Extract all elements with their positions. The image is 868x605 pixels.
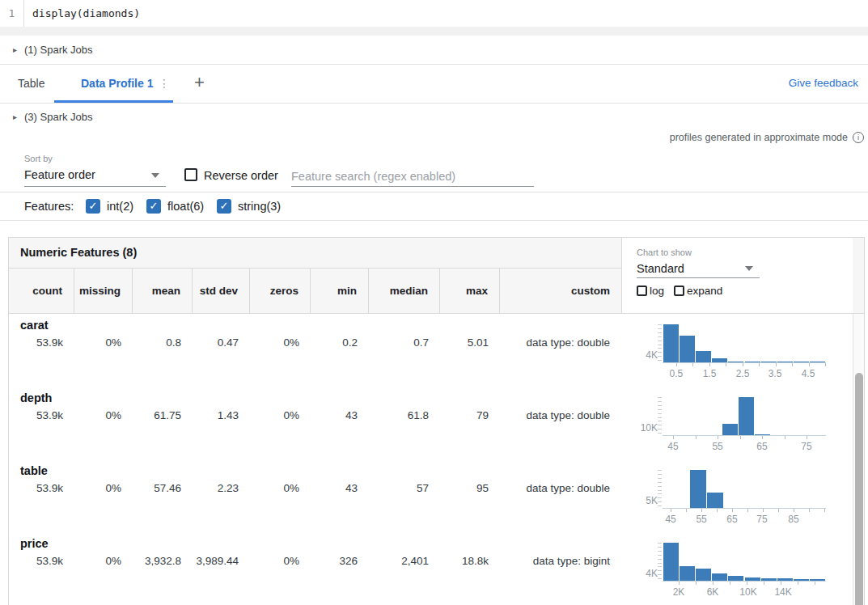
feature-histogram[interactable]: 4K0.51.52.53.54.5 — [621, 314, 853, 387]
column-header-missing: missing — [74, 269, 133, 313]
stat-max: 5.01 — [440, 336, 500, 350]
y-axis-tick — [658, 421, 662, 421]
x-axis-line — [663, 581, 826, 582]
histogram-bar[interactable] — [712, 573, 727, 581]
x-axis-tick — [759, 363, 760, 366]
histogram-bar[interactable] — [696, 569, 711, 581]
y-axis-tick — [658, 493, 662, 494]
x-axis-tick — [764, 582, 764, 585]
x-axis-tick — [798, 582, 798, 585]
log-checkbox[interactable] — [637, 286, 647, 296]
y-axis-tick — [658, 506, 662, 506]
stat-mean: 57.46 — [133, 481, 193, 496]
table-row: table 53.9k0%57.462.230%435795data type:… — [9, 459, 864, 532]
column-header-mean: mean — [133, 269, 193, 313]
y-axis-tick — [658, 478, 662, 479]
y-axis-tick — [658, 425, 662, 425]
vertical-scrollbar-thumb[interactable] — [855, 373, 863, 605]
log-toggle[interactable]: log — [637, 285, 664, 297]
code-text[interactable]: display(diamonds) — [32, 0, 140, 27]
x-axis-tick — [763, 509, 764, 512]
feature-search-input[interactable] — [291, 166, 534, 187]
histogram-bar[interactable] — [680, 336, 695, 362]
expand-toggle[interactable]: expand — [674, 285, 722, 297]
add-tab-button[interactable]: + — [194, 64, 205, 103]
scrollbar-header-spacer — [853, 238, 864, 314]
y-axis-tick — [658, 474, 662, 475]
feature-histogram[interactable]: 10K45556575 — [621, 387, 853, 459]
stat-std-dev: 2.23 — [193, 481, 250, 496]
x-axis-tick-label: 4.5 — [792, 368, 824, 379]
numeric-features-table: Numeric Features (8) countmissingmeanstd… — [8, 237, 865, 605]
histogram-bar[interactable] — [663, 543, 679, 581]
vertical-scrollbar-track[interactable] — [853, 314, 864, 605]
info-icon[interactable]: i — [853, 132, 864, 143]
stat-missing: 0% — [74, 554, 133, 569]
y-axis-tick — [658, 348, 662, 349]
stat-std-dev: 3,989.44 — [193, 554, 250, 569]
x-axis-tick — [825, 363, 826, 366]
checked-checkbox-icon[interactable]: ✓ — [146, 199, 161, 214]
sort-order-select[interactable]: Feature order — [24, 166, 166, 187]
approx-mode-text: profiles generated in approximate mode — [670, 132, 848, 143]
sort-order-value: Feature order — [24, 168, 95, 181]
y-axis-tick — [658, 341, 662, 341]
feature-type-int[interactable]: ✓ int(2) — [86, 199, 133, 214]
spark-jobs-label: (3) Spark Jobs — [24, 111, 93, 123]
histogram-bar[interactable] — [739, 397, 754, 435]
tab-menu-icon[interactable]: ⋮ — [159, 64, 170, 103]
chart-type-select[interactable]: Standard — [637, 260, 760, 278]
stat-count: 53.9k — [9, 554, 74, 569]
y-axis-label: 4K — [621, 568, 658, 579]
feature-histogram[interactable]: 5K4555657585 — [621, 459, 853, 532]
reverse-order-checkbox[interactable] — [184, 168, 197, 181]
feature-name: price — [20, 537, 49, 550]
checked-checkbox-icon[interactable]: ✓ — [217, 199, 231, 214]
tab-table[interactable]: Table — [18, 64, 44, 103]
x-axis-tick — [740, 436, 741, 439]
stat-min: 43 — [311, 481, 369, 496]
stat-median: 2,401 — [369, 554, 440, 569]
spark-jobs-toggle-inner[interactable]: ▸ (3) Spark Jobs — [13, 108, 93, 125]
histogram-bar[interactable] — [690, 470, 706, 508]
x-axis-tick-label: 3.5 — [759, 368, 791, 379]
stat-min: 326 — [311, 554, 369, 569]
y-axis-tick — [658, 574, 662, 575]
stat-std-dev: 1.43 — [193, 408, 250, 423]
y-axis-tick — [658, 345, 662, 345]
spark-jobs-toggle-outer[interactable]: ▸ (1) Spark Jobs — [13, 41, 93, 57]
feature-type-float[interactable]: ✓ float(6) — [146, 199, 204, 214]
feature-type-label: string(3) — [238, 200, 281, 213]
stat-min: 43 — [311, 408, 369, 423]
x-axis-tick — [807, 436, 807, 439]
histogram-bar[interactable] — [680, 566, 695, 581]
divider — [0, 220, 868, 221]
x-axis-line — [663, 362, 826, 363]
give-feedback-link[interactable]: Give feedback — [789, 64, 858, 103]
approx-mode-note: profiles generated in approximate mode i — [670, 131, 864, 144]
histogram-bar[interactable] — [722, 424, 738, 435]
x-axis-tick-label: 75 — [790, 441, 823, 452]
code-cell[interactable]: 1 display(diamonds) — [0, 0, 868, 27]
sort-by-label: Sort by — [24, 154, 53, 163]
checked-checkbox-icon[interactable]: ✓ — [86, 199, 100, 214]
x-axis-tick-label: 2.5 — [726, 368, 759, 379]
x-axis-tick-label: 55 — [701, 441, 734, 452]
feature-type-filter-row: Features: ✓ int(2) ✓ float(6) ✓ string(3… — [0, 192, 868, 220]
table-row: carat 53.9k0%0.80.470%0.20.75.01data typ… — [9, 314, 864, 387]
histogram-bar[interactable] — [663, 324, 679, 362]
stat-mean: 3,932.8 — [133, 554, 193, 569]
tab-data-profile[interactable]: Data Profile 1 — [81, 64, 153, 103]
histogram-bar[interactable] — [707, 493, 723, 508]
expand-checkbox[interactable] — [674, 286, 684, 296]
x-axis-tick-label: 85 — [777, 514, 810, 525]
x-axis-tick — [676, 363, 677, 366]
stat-std-dev: 0.47 — [193, 336, 250, 350]
feature-histogram[interactable]: 4K2K6K10K14K — [621, 532, 853, 605]
feature-type-string[interactable]: ✓ string(3) — [217, 199, 281, 214]
table-row: price 53.9k0%3,932.83,989.440%3262,40118… — [9, 532, 864, 605]
x-axis-tick — [718, 436, 718, 439]
y-axis-label: 10K — [621, 422, 658, 434]
y-axis-tick — [658, 429, 662, 429]
histogram-bar[interactable] — [696, 351, 711, 362]
